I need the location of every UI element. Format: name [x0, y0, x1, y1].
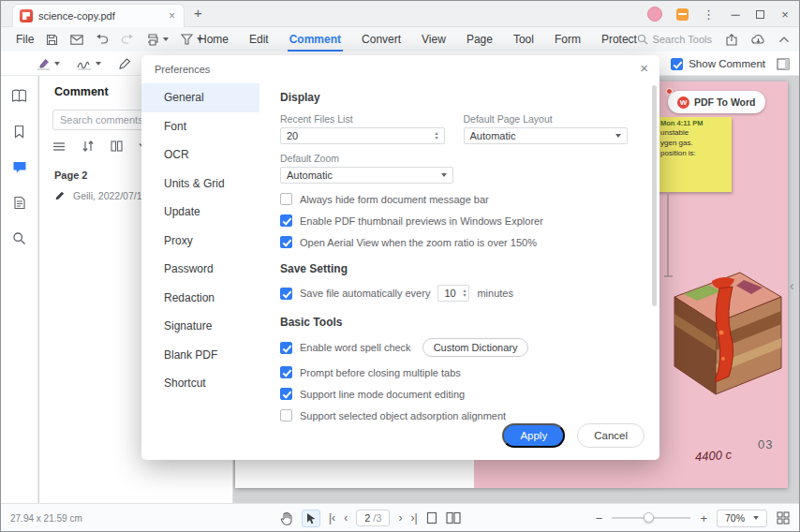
thumbnails-panel-icon[interactable] [11, 89, 27, 103]
checkbox[interactable] [280, 236, 292, 248]
new-tab-button[interactable]: + [194, 5, 202, 21]
checkbox[interactable] [280, 366, 292, 378]
zoom-slider-thumb[interactable] [644, 512, 654, 523]
maximize-button[interactable] [756, 10, 764, 19]
pref-nav-proxy[interactable]: Proxy [141, 227, 259, 256]
pref-nav-units-grid[interactable]: Units & Grid [141, 170, 259, 199]
checkbox[interactable] [280, 342, 292, 354]
collapse-ribbon-icon[interactable] [778, 36, 790, 43]
option-line-mode[interactable]: Support line mode document editing [280, 388, 628, 400]
tab-tool[interactable]: Tool [503, 27, 544, 52]
sort-icon[interactable] [81, 140, 95, 152]
show-comment-checkbox[interactable] [671, 58, 683, 70]
pref-nav-font[interactable]: Font [141, 112, 259, 141]
comments-panel-icon[interactable] [12, 160, 27, 174]
recent-files-input[interactable] [287, 130, 435, 141]
autosave-interval-stepper[interactable]: ▴▾ [437, 285, 469, 302]
sticky-note-annotation[interactable]: Mon 4:11 PM unstable ygen gas. position … [657, 117, 732, 192]
annotations-panel-icon[interactable] [13, 196, 26, 210]
stepper-arrows-icon[interactable]: ▴▾ [463, 288, 466, 298]
pref-nav-signature[interactable]: Signature [141, 312, 259, 341]
share-icon[interactable] [725, 34, 738, 46]
last-page-button[interactable]: ›| [410, 511, 417, 525]
pref-nav-general[interactable]: General [141, 83, 259, 112]
zoom-slider[interactable] [612, 517, 690, 519]
undo-icon[interactable] [96, 34, 109, 45]
pref-nav-password[interactable]: Password [141, 255, 259, 284]
save-icon[interactable] [46, 34, 58, 46]
pencil-tool-icon[interactable] [118, 57, 131, 70]
tab-home[interactable]: Home [188, 27, 239, 52]
print-tool[interactable] [146, 34, 169, 46]
previous-page-button[interactable]: ‹ [344, 511, 348, 525]
fit-screen-icon[interactable] [777, 511, 790, 525]
first-page-button[interactable]: |‹ [329, 511, 335, 525]
page-layout-select[interactable]: Automatic [464, 127, 629, 144]
tab-page[interactable]: Page [456, 27, 503, 52]
list-view-icon[interactable] [52, 141, 66, 152]
next-page-button[interactable]: › [398, 511, 402, 525]
close-window-button[interactable]: × [778, 7, 792, 22]
checkbox[interactable] [280, 388, 292, 400]
current-page-input[interactable]: 2 [364, 512, 370, 524]
dialog-scrollbar-thumb[interactable] [652, 85, 657, 306]
option-hide-message-bar[interactable]: Always hide form document message bar [280, 193, 628, 205]
highlighter-tool[interactable] [37, 57, 60, 70]
more-options-icon[interactable]: ⋮ [703, 7, 715, 22]
default-zoom-select[interactable]: Automatic [280, 167, 453, 184]
bookmarks-panel-icon[interactable] [13, 125, 25, 139]
hand-tool-icon[interactable] [280, 511, 293, 525]
cloud-download-icon[interactable] [751, 34, 765, 45]
option-adsorption-alignment[interactable]: Support selected object adsorption align… [280, 409, 628, 421]
option-spell-check[interactable]: Enable word spell check Custom Dictionar… [280, 338, 628, 357]
search-panel-icon[interactable] [12, 231, 26, 245]
zoom-in-button[interactable]: + [700, 511, 707, 525]
option-prompt-closing[interactable]: Prompt before closing multiple tabs [280, 366, 628, 378]
dialog-close-icon[interactable]: × [640, 60, 648, 76]
checkbox[interactable] [280, 409, 292, 421]
document-tab[interactable]: science-copy.pdf × [12, 4, 185, 27]
right-panel-collapse-icon[interactable]: ‹ [790, 278, 794, 293]
select-tool-button[interactable] [302, 510, 320, 527]
zoom-level-dropdown[interactable]: 70% [717, 510, 767, 527]
file-menu[interactable]: File [16, 33, 34, 46]
option-thumbnail-previews[interactable]: Enable PDF thumbnail previews in Windows… [280, 214, 628, 227]
tab-form[interactable]: Form [544, 27, 591, 52]
two-page-view-icon[interactable] [446, 511, 461, 525]
custom-dictionary-button[interactable]: Custom Dictionary [422, 338, 529, 357]
redo-icon[interactable] [121, 34, 134, 45]
search-tools[interactable]: Search Tools [637, 34, 712, 45]
tab-comment[interactable]: Comment [279, 27, 351, 52]
checkbox[interactable] [280, 214, 292, 227]
zoom-out-button[interactable]: − [596, 511, 603, 525]
page-indicator[interactable]: 2 /3 [356, 510, 390, 526]
pref-nav-update[interactable]: Update [141, 198, 259, 227]
pdf-to-word-button[interactable]: W PDF To Word [668, 91, 765, 113]
checkbox[interactable] [280, 193, 292, 205]
upgrade-icon[interactable] [676, 8, 689, 21]
stepper-arrows-icon[interactable]: ▴▾ [435, 131, 437, 140]
pref-nav-shortcut[interactable]: Shortcut [141, 369, 259, 398]
mail-icon[interactable] [70, 35, 83, 45]
user-avatar[interactable] [647, 7, 662, 22]
single-page-view-icon[interactable] [426, 511, 437, 525]
checkbox[interactable] [280, 288, 292, 300]
pref-nav-ocr[interactable]: OCR [141, 140, 259, 170]
option-autosave[interactable]: Save file automatically every ▴▾ minutes [280, 285, 628, 302]
option-aerial-view[interactable]: Open Aerial View when the zoom ratio is … [280, 236, 628, 248]
tab-close-icon[interactable]: × [167, 9, 177, 22]
recent-files-stepper[interactable]: ▴▾ [280, 127, 445, 144]
tab-edit[interactable]: Edit [239, 27, 279, 52]
signature-tool[interactable] [77, 58, 101, 70]
tab-view[interactable]: View [411, 27, 456, 52]
show-comment-toggle[interactable]: Show Comment [671, 58, 765, 70]
pref-nav-redaction[interactable]: Redaction [141, 284, 259, 313]
columns-icon[interactable] [111, 140, 123, 152]
tab-convert[interactable]: Convert [351, 27, 411, 52]
autosave-interval-input[interactable] [444, 288, 459, 299]
pref-nav-blank-pdf[interactable]: Blank PDF [141, 341, 259, 370]
panel-toggle-icon[interactable] [777, 58, 790, 70]
minimize-button[interactable]: ─ [729, 7, 742, 22]
apply-button[interactable]: Apply [502, 423, 565, 448]
cancel-button[interactable]: Cancel [577, 423, 644, 448]
